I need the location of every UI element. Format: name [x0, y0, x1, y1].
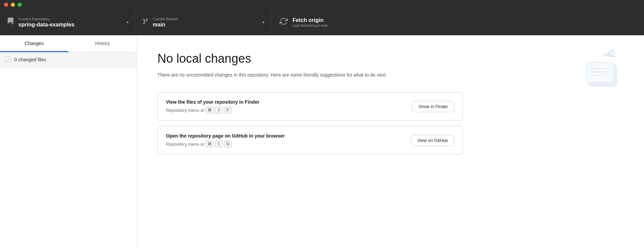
suggestion-card-finder: View the files of your repository in Fin…: [157, 92, 463, 121]
current-branch-button[interactable]: Current Branch main ▾: [136, 9, 271, 35]
close-button[interactable]: [4, 3, 8, 7]
no-changes-description: There are no uncommitted changes in this…: [157, 71, 395, 79]
changed-files-count: 0 changed files: [14, 57, 46, 62]
suggestion-github-shortcut: Repository menu or ⌘ ⇧ G: [166, 141, 285, 147]
changed-files-row: ✓ 0 changed files: [0, 52, 137, 67]
svg-rect-2: [586, 62, 613, 83]
repository-value: spring-data-examples: [18, 22, 122, 28]
branch-value: main: [153, 22, 258, 28]
title-bar: [0, 0, 644, 9]
kbd-f: F: [224, 107, 231, 113]
main-layout: Changes History ✓ 0 changed files: [0, 35, 644, 248]
current-repository-button[interactable]: Current Repository spring-data-examples …: [0, 9, 136, 35]
select-all-checkbox[interactable]: ✓: [5, 57, 11, 62]
branch-text: Current Branch main: [153, 17, 258, 28]
refresh-icon: [280, 17, 288, 27]
main-content: No local changes There are no uncommitte…: [137, 35, 644, 248]
tab-changes[interactable]: Changes: [0, 35, 69, 52]
repository-icon: [7, 18, 14, 27]
toolbar: Current Repository spring-data-examples …: [0, 9, 644, 35]
fetch-title: Fetch origin: [292, 17, 327, 23]
branch-label: Current Branch: [153, 17, 258, 21]
branch-icon: [143, 18, 149, 26]
fetch-origin-button[interactable]: Fetch origin Last fetched just now: [271, 9, 644, 35]
repository-chevron-icon: ▾: [127, 20, 129, 25]
kbd-shift-2: ⇧: [215, 141, 223, 147]
kbd-shift-1: ⇧: [215, 107, 223, 113]
repository-label: Current Repository: [18, 17, 122, 21]
suggestion-finder-info: View the files of your repository in Fin…: [166, 99, 259, 113]
kbd-g: G: [224, 141, 231, 147]
minimize-button[interactable]: [11, 3, 15, 7]
no-changes-heading: No local changes: [157, 51, 624, 66]
fetch-subtitle: Last fetched just now: [292, 23, 327, 27]
repository-text: Current Repository spring-data-examples: [18, 17, 122, 28]
kbd-cmd-2: ⌘: [206, 141, 214, 147]
branch-chevron-icon: ▾: [262, 20, 264, 25]
suggestion-github-title: Open the repository page on GitHub in yo…: [166, 133, 285, 139]
suggestion-card-github: Open the repository page on GitHub in yo…: [157, 126, 463, 154]
tab-history[interactable]: History: [69, 35, 137, 52]
sidebar-tabs: Changes History: [0, 35, 137, 52]
sidebar: Changes History ✓ 0 changed files: [0, 35, 137, 248]
illustration: [583, 45, 624, 94]
view-on-github-button[interactable]: View on GitHub: [411, 135, 454, 146]
fetch-text: Fetch origin Last fetched just now: [292, 17, 327, 27]
show-in-finder-button[interactable]: Show in Finder: [412, 101, 454, 112]
suggestion-finder-shortcut: Repository menu or ⌘ ⇧ F: [166, 107, 259, 113]
suggestion-finder-title: View the files of your repository in Fin…: [166, 99, 259, 105]
kbd-cmd-1: ⌘: [206, 107, 214, 113]
suggestion-github-info: Open the repository page on GitHub in yo…: [166, 133, 285, 147]
maximize-button[interactable]: [18, 3, 22, 7]
